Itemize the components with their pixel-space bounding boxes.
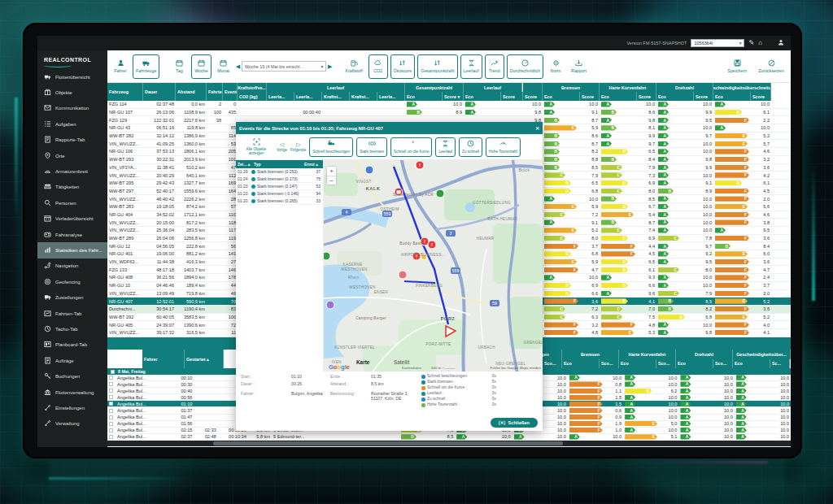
zoom-control[interactable]: +− <box>327 167 336 185</box>
home-icon[interactable]: ⌂ <box>758 40 762 46</box>
metric-toggle-leerlauf[interactable]: Leerlauf <box>460 54 482 79</box>
column-header-dauer[interactable]: Dauer <box>143 83 176 101</box>
sidebar-item-fahrten-tab[interactable]: Fahrten-Tab <box>37 306 107 321</box>
user-icon[interactable] <box>778 39 784 47</box>
scrollbar-thumb[interactable] <box>213 441 563 445</box>
event-col-ernst[interactable]: Ernst ▴ <box>304 162 318 167</box>
sidebar-item-tacho-tab[interactable]: Tacho-Tab <box>37 321 107 337</box>
sidebar-item-kommunikation[interactable]: Kommunikation <box>37 101 107 116</box>
sub-header[interactable]: Leerla... <box>294 92 322 101</box>
column-header-gestartet[interactable]: Gestartet ▴ <box>185 350 224 368</box>
view-toggle-fahrzeuge[interactable]: Fahrzeuge <box>133 54 159 79</box>
week-selector[interactable]: Woche 19 (4 Mai bis einschl...▾ <box>242 61 326 72</box>
checkbox[interactable] <box>111 370 115 374</box>
edit-icon[interactable]: ✎ <box>748 40 754 46</box>
sidebar-item-flotten-bersicht[interactable]: Flottenübersicht <box>37 69 107 85</box>
sub-header[interactable]: Sc... <box>770 359 790 369</box>
sidebar-item-statistiken-des-fahr-[interactable]: Statistiken des Fahr... <box>37 242 107 258</box>
sub-header[interactable]: Score <box>523 92 543 101</box>
metric-toggle--koscore[interactable]: Ökoscore <box>390 54 416 79</box>
view-toggle-fahrer[interactable]: Fahrer <box>111 54 130 79</box>
sidebar-item-t-tigkeiten[interactable]: Tätigkeiten <box>37 180 107 195</box>
sidebar-item-einstellungen[interactable]: Einstellungen <box>37 400 107 415</box>
sub-header[interactable]: Eco <box>405 92 443 101</box>
sub-header[interactable]: Score <box>501 92 523 101</box>
sub-header[interactable]: Score <box>637 92 656 101</box>
sub-header[interactable]: Sco... <box>600 359 619 369</box>
sub-header[interactable]: Eco <box>562 359 600 369</box>
column-header-events[interactable]: Events <box>223 83 238 101</box>
previous-event-button[interactable]: ◁Vorige <box>277 141 287 153</box>
sub-header[interactable]: Eco <box>713 92 751 101</box>
filter-accel-button[interactable]: Schnell beschleunigen <box>309 137 353 157</box>
sidebar-item-auftr-ge[interactable]: Aufträge <box>37 353 107 368</box>
sidebar-item-objekte[interactable]: Objekte <box>37 85 107 100</box>
sub-header[interactable]: Kraftst... <box>322 92 350 101</box>
checkbox[interactable] <box>109 428 113 432</box>
sub-header[interactable]: CO2 (kg) <box>238 92 267 101</box>
event-row[interactable]: 01:24Stark bremsen (0.173)75 <box>236 176 323 183</box>
reset-button[interactable]: Zurücksetzen <box>755 54 787 79</box>
checkbox[interactable] <box>109 422 113 426</box>
checkbox[interactable] <box>109 409 113 413</box>
sub-header[interactable]: Eco <box>543 92 580 101</box>
zoom-in-button[interactable]: + <box>327 167 336 176</box>
sub-header[interactable]: Eco <box>733 359 770 369</box>
period-toggle-woche[interactable]: Woche <box>191 54 211 79</box>
event-row[interactable]: 01:23Stark bremsen (0.147)53 <box>236 183 323 190</box>
column-header-fahrer[interactable]: Fahrer <box>142 350 185 368</box>
next-event-button[interactable]: ▷Folgende <box>290 141 306 153</box>
metric-toggle-rapport[interactable]: Rapport <box>568 54 590 79</box>
metric-toggle-trend[interactable]: Trend <box>485 54 504 79</box>
filter-brake-button[interactable]: Stark bremsen <box>356 137 387 157</box>
vehicle-row-FZG-114[interactable]: FZG 11402:37:48 0,0 km2 0 A10,0 A10,0 A1… <box>107 101 791 109</box>
metric-toggle-gesamtpunktzahl[interactable]: Gesamtpunktzahl <box>417 54 457 79</box>
prev-week-icon[interactable]: ◀ <box>236 63 240 70</box>
sub-header[interactable]: Eco <box>619 359 656 369</box>
checkbox[interactable] <box>109 402 113 406</box>
sub-header[interactable]: Score <box>580 92 600 101</box>
sub-header[interactable]: Sco... <box>713 359 733 369</box>
map-type-karte[interactable]: Karte <box>356 359 369 365</box>
sub-header[interactable]: Sco... <box>543 359 562 369</box>
close-dialog-button[interactable]: ⟨✕⟩Schließen <box>491 418 539 428</box>
period-toggle-tag[interactable]: Tag <box>169 54 189 79</box>
trip-row-02-37[interactable]: Angelika Bul... 02:37 02:48 00:10:34 5,8… <box>107 434 791 441</box>
metric-toggle-norm[interactable]: Norm <box>546 54 565 79</box>
sub-header[interactable]: Eco <box>600 92 637 101</box>
event-col-zeit[interactable]: Zei... ▴ <box>236 162 254 167</box>
sub-header[interactable]: Sco... <box>656 359 676 369</box>
column-header-fahrten[interactable]: Fahrten <box>207 83 223 101</box>
column-header-fahrzeug[interactable]: Fahrzeug <box>107 83 143 101</box>
sub-header[interactable]: Score <box>694 92 713 101</box>
filter-speed-button[interactable]: Zu schnell <box>459 137 482 157</box>
metric-toggle-durchschnittlich[interactable]: Durchschnittlich <box>507 54 543 79</box>
sidebar-item-personen[interactable]: Personen <box>37 195 107 211</box>
column-header-abstand[interactable]: Abstand <box>176 83 207 101</box>
sub-header[interactable]: Eco <box>464 92 501 101</box>
map-canvas[interactable]: !▦!!!5593559594VINGSTKALKSpice factory S… <box>324 160 543 371</box>
sub-header[interactable]: Kraftst... <box>350 92 377 101</box>
checkbox[interactable] <box>109 376 113 380</box>
sidebar-item-verwaltung[interactable]: Verwaltung <box>37 416 107 432</box>
save-button[interactable]: Speichern <box>724 54 750 79</box>
metric-toggle-co2[interactable]: CO2 <box>369 54 388 79</box>
sidebar-item-planboard-tab[interactable]: Planboard-Tab <box>37 337 107 353</box>
vehicle-row-NR-GU-107[interactable]: NR-GU 10726:13:06 1108,9 km100 43500:00:… <box>107 109 791 117</box>
metric-toggle-kraftstoff[interactable]: Kraftstoff <box>342 54 366 79</box>
build-selector[interactable]: 10563b4t ▾ <box>691 39 744 47</box>
sidebar-item-geofencing[interactable]: Geofencing <box>37 274 107 289</box>
event-row[interactable]: 01:23Stark bremsen (-0.146)94 <box>236 190 323 198</box>
sidebar-item-verlader-bersicht[interactable]: Verladerübersicht <box>37 211 107 227</box>
close-icon[interactable]: ✕ <box>535 126 539 131</box>
sidebar-item-flottenverwaltung[interactable]: Flottenverwaltung <box>37 385 107 400</box>
sidebar-item-zustellungen[interactable]: Zustellungen <box>37 289 107 305</box>
checkbox[interactable] <box>109 382 113 386</box>
map-feedback-link[interactable]: Fehler bei Google Maps melden <box>491 366 541 370</box>
sub-header[interactable]: Leerla... <box>377 92 405 101</box>
sidebar-item-buchungen[interactable]: Buchungen <box>37 368 107 384</box>
checkbox[interactable] <box>109 395 113 399</box>
event-col-typ[interactable]: Typ <box>254 162 304 167</box>
next-week-icon[interactable]: ▶ <box>328 63 332 70</box>
sidebar-item-armaturenbrett[interactable]: Armaturenbrett <box>37 163 107 179</box>
